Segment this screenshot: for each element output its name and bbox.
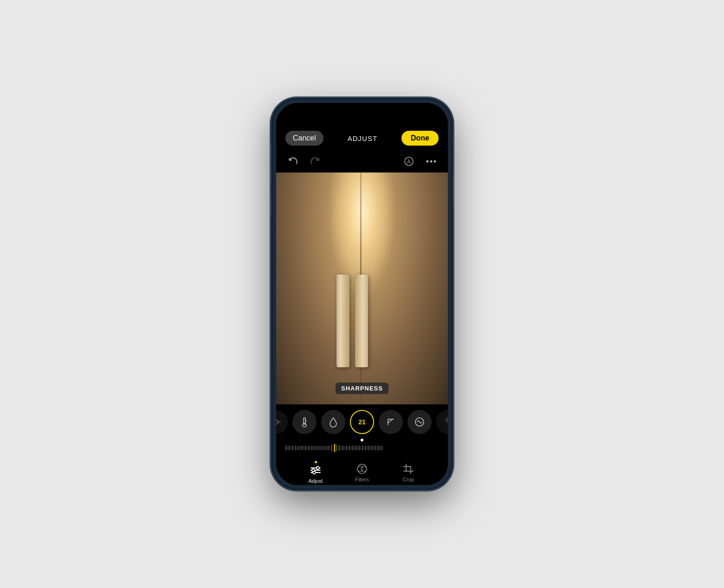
dynamic-island bbox=[334, 109, 390, 125]
adj-icon-partial-right[interactable] bbox=[436, 410, 448, 434]
svg-point-4 bbox=[434, 160, 436, 163]
auto-enhance-button[interactable]: A bbox=[401, 154, 416, 169]
slider-indicator-dot bbox=[361, 439, 363, 441]
cancel-button[interactable]: Cancel bbox=[285, 131, 323, 146]
volume-down-button[interactable] bbox=[270, 193, 272, 217]
adj-vignette-button[interactable] bbox=[379, 410, 403, 434]
svg-text:A: A bbox=[407, 159, 411, 165]
tab-adjust[interactable]: Adjust bbox=[302, 461, 330, 484]
adjust-tab-icon bbox=[310, 464, 322, 476]
edit-toolbar: A bbox=[276, 150, 448, 173]
adjustment-icons-row: 21 bbox=[276, 404, 448, 437]
photo-canvas: SHARPNESS bbox=[276, 173, 448, 404]
adj-noise-button[interactable] bbox=[407, 410, 432, 434]
tab-bar: Adjust Filters bbox=[276, 457, 448, 485]
done-button[interactable]: Done bbox=[401, 131, 439, 146]
crop-tab-label: Crop bbox=[403, 477, 414, 482]
door-handle-right bbox=[355, 275, 368, 367]
svg-point-27 bbox=[357, 464, 367, 473]
redo-button[interactable] bbox=[308, 154, 323, 169]
adj-temperature-button[interactable] bbox=[292, 410, 317, 434]
photo-background: SHARPNESS bbox=[276, 173, 448, 404]
filters-tab-icon bbox=[356, 463, 368, 475]
adj-sharpness-button[interactable]: 21 bbox=[350, 410, 374, 434]
svg-point-16 bbox=[446, 418, 448, 422]
phone-device: Cancel ADJUST Done bbox=[272, 98, 452, 490]
svg-point-11 bbox=[303, 423, 306, 427]
volume-up-button[interactable] bbox=[270, 163, 272, 186]
svg-point-29 bbox=[361, 466, 367, 472]
svg-point-5 bbox=[276, 420, 278, 424]
sharpness-label: SHARPNESS bbox=[336, 383, 388, 394]
svg-point-3 bbox=[430, 160, 433, 163]
adj-icon-partial-left[interactable] bbox=[276, 410, 288, 434]
svg-point-2 bbox=[427, 160, 429, 163]
adjust-tab-label: Adjust bbox=[309, 478, 323, 484]
tab-filters[interactable]: Filters bbox=[348, 463, 376, 482]
adj-saturation-button[interactable] bbox=[321, 410, 345, 434]
tab-crop[interactable]: Crop bbox=[394, 463, 422, 482]
bottom-controls: 21 bbox=[276, 404, 448, 485]
slider-track[interactable] bbox=[285, 443, 439, 453]
door-handle-left bbox=[336, 275, 349, 367]
filters-tab-label: Filters bbox=[355, 477, 369, 482]
crop-tab-icon bbox=[402, 463, 414, 475]
svg-line-14 bbox=[388, 419, 393, 423]
slider-area bbox=[276, 437, 448, 457]
more-options-button[interactable] bbox=[424, 154, 439, 169]
silent-button[interactable] bbox=[270, 145, 272, 161]
undo-button[interactable] bbox=[285, 154, 300, 169]
phone-screen: Cancel ADJUST Done bbox=[276, 103, 448, 485]
photo-area: SHARPNESS bbox=[276, 173, 448, 404]
page-title: ADJUST bbox=[348, 134, 377, 142]
svg-point-21 bbox=[317, 467, 319, 469]
tab-active-indicator bbox=[315, 461, 317, 463]
